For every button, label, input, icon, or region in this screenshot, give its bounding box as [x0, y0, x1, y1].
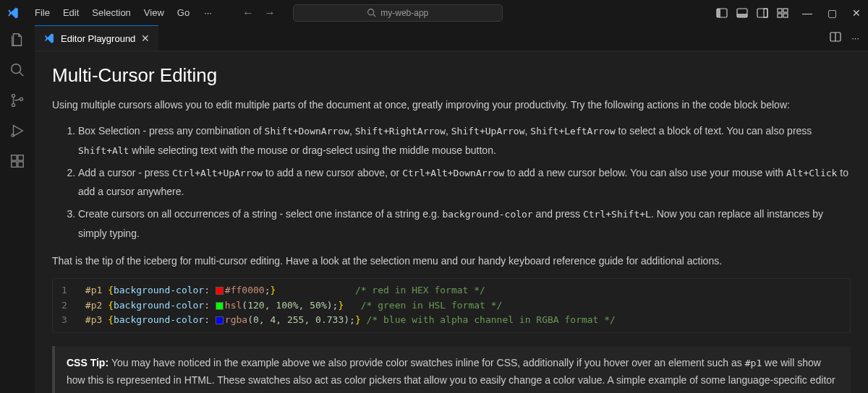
list-item: Box Selection - press any combination of…: [78, 121, 851, 160]
menu-view[interactable]: View: [138, 4, 170, 21]
run-debug-icon[interactable]: [9, 122, 26, 139]
keycap: Ctrl+Alt+DownArrow: [402, 168, 504, 178]
search-icon: [367, 8, 376, 17]
svg-point-14: [12, 95, 14, 98]
svg-rect-20: [18, 162, 23, 167]
toggle-secondary-sidebar-icon[interactable]: [757, 7, 768, 19]
layout-controls: [716, 7, 788, 19]
customize-layout-icon[interactable]: [777, 7, 788, 19]
menu-file[interactable]: File: [29, 4, 56, 21]
source-control-icon[interactable]: [9, 92, 26, 109]
svg-point-12: [12, 64, 21, 74]
keycap: Alt+Click: [786, 168, 837, 178]
svg-rect-10: [778, 14, 782, 17]
menu-edit[interactable]: Edit: [57, 4, 85, 21]
code-lines: #p1 {background-color: #ff0000;} /* red …: [78, 279, 850, 332]
menu-bar: File Edit Selection View Go: [29, 4, 195, 21]
list-item: Create cursors on all occurrences of a s…: [78, 204, 851, 243]
list-item: Add a cursor - press Ctrl+Alt+UpArrow to…: [78, 163, 851, 202]
svg-rect-9: [783, 9, 788, 12]
css-tip-box: CSS Tip: You may have noticed in the exa…: [52, 346, 851, 393]
code-line: #p3 {background-color: rgba(0, 4, 255, 0…: [85, 313, 843, 328]
command-center-search[interactable]: my-web-app: [293, 4, 503, 22]
nav-back-icon[interactable]: ←: [242, 7, 254, 20]
tab-close-icon[interactable]: ✕: [141, 33, 150, 44]
editor-tabs: Editor Playground ✕ ···: [35, 25, 868, 51]
keycap: Shift+Alt: [78, 145, 129, 156]
menu-go[interactable]: Go: [171, 4, 195, 21]
line-number: 3: [61, 313, 67, 328]
keycap: Ctrl+Shift+L: [583, 209, 651, 220]
keycap: Ctrl+Alt+UpArrow: [172, 168, 263, 178]
more-actions-icon[interactable]: ···: [851, 33, 859, 43]
svg-line-13: [20, 72, 24, 77]
menu-selection[interactable]: Selection: [86, 4, 136, 21]
search-activity-icon[interactable]: [9, 61, 26, 79]
tip-code: #p1: [745, 358, 762, 368]
vscode-tab-icon: [43, 33, 55, 44]
tip-label: CSS Tip:: [67, 357, 111, 368]
svg-line-1: [373, 14, 375, 17]
split-editor-icon[interactable]: [830, 31, 841, 45]
extensions-icon[interactable]: [9, 152, 26, 170]
keycap: Shift+DownArrow: [265, 126, 349, 137]
svg-rect-5: [737, 14, 747, 17]
maximize-icon[interactable]: ▢: [826, 7, 838, 19]
menu-overflow-icon[interactable]: ···: [198, 4, 218, 21]
color-swatch-icon[interactable]: [216, 316, 224, 324]
svg-rect-3: [717, 9, 720, 17]
code-line: #p2 {background-color: hsl(120, 100%, 50…: [85, 298, 843, 314]
editor-actions: ···: [830, 25, 868, 51]
svg-rect-8: [778, 9, 782, 12]
line-number: 1: [61, 283, 67, 298]
editor-area: Editor Playground ✕ ··· Multi-Cursor Edi…: [35, 25, 868, 393]
svg-point-0: [368, 9, 374, 15]
intro-paragraph: Using multiple cursors allows you to edi…: [52, 97, 851, 113]
line-number: 2: [61, 298, 67, 314]
minimize-icon[interactable]: ―: [801, 7, 813, 19]
activity-bar: [0, 25, 35, 393]
close-icon[interactable]: ✕: [851, 7, 862, 19]
vscode-logo-icon: [6, 6, 20, 20]
svg-rect-6: [757, 9, 767, 17]
code-block[interactable]: 1 2 3 #p1 {background-color: #ff0000;} /…: [52, 278, 851, 333]
nav-forward-icon[interactable]: →: [264, 7, 276, 20]
toggle-primary-sidebar-icon[interactable]: [716, 7, 728, 19]
svg-rect-19: [12, 162, 17, 167]
svg-rect-11: [783, 14, 788, 17]
keycap: Shift+UpArrow: [451, 126, 525, 137]
titlebar: File Edit Selection View Go ··· ← → my-w…: [0, 0, 868, 25]
svg-point-17: [12, 134, 14, 137]
keycap: background-color: [442, 209, 532, 220]
color-swatch-icon[interactable]: [216, 287, 224, 295]
code-line: #p1 {background-color: #ff0000;} /* red …: [85, 283, 843, 298]
outro-paragraph: That is the tip of the iceberg for multi…: [52, 253, 851, 269]
tab-label: Editor Playground: [61, 33, 135, 44]
editor-content: Multi-Cursor Editing Using multiple curs…: [35, 51, 868, 393]
search-text: my-web-app: [380, 8, 428, 18]
tab-editor-playground[interactable]: Editor Playground ✕: [35, 25, 158, 51]
color-swatch-icon[interactable]: [216, 302, 224, 310]
svg-point-16: [20, 98, 22, 100]
svg-rect-21: [18, 155, 23, 160]
explorer-icon[interactable]: [9, 31, 26, 48]
keycap: Shift+RightArrow: [355, 126, 446, 137]
window-controls: ― ▢ ✕: [801, 7, 862, 19]
svg-point-15: [12, 103, 14, 106]
toggle-panel-icon[interactable]: [736, 7, 748, 19]
nav-arrows: ← →: [242, 7, 276, 20]
page-heading: Multi-Cursor Editing: [52, 64, 851, 87]
line-gutter: 1 2 3: [53, 279, 78, 332]
instruction-list: Box Selection - press any combination of…: [52, 121, 851, 243]
svg-rect-18: [12, 155, 17, 160]
keycap: Shift+LeftArrow: [530, 126, 615, 137]
svg-rect-7: [764, 9, 767, 17]
